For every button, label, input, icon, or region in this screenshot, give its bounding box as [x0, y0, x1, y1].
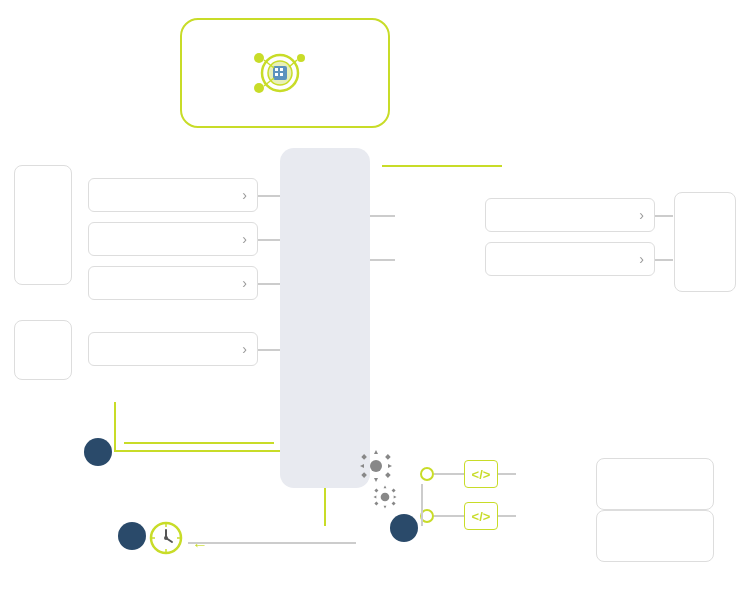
- assign-metered-fuel-box: [596, 510, 714, 562]
- code-box-top: </>: [464, 460, 498, 488]
- gear-icon-large: [358, 448, 394, 484]
- gear-large-icon: [358, 448, 394, 488]
- badge-1: [118, 522, 146, 550]
- code-sym-bottom: </>: [472, 509, 491, 524]
- code-sym-top: </>: [472, 467, 491, 482]
- svg-point-16: [164, 536, 168, 540]
- badge-2: [84, 438, 112, 466]
- svg-rect-6: [280, 73, 283, 76]
- cmm-bottom-line: [324, 488, 326, 526]
- logo-box: [180, 18, 390, 128]
- circle-top: [420, 467, 434, 481]
- vehicle-statistics-chevron: ›: [639, 207, 644, 223]
- svg-rect-5: [275, 73, 278, 76]
- fuel-box: [14, 320, 72, 380]
- travel-distance-chevron: ›: [242, 187, 247, 203]
- operating-hours-item: ›: [88, 222, 258, 256]
- operating-hours-chevron: ›: [242, 231, 247, 247]
- svg-point-7: [254, 53, 264, 63]
- svg-rect-3: [275, 68, 278, 71]
- line-to-output-bottom: [498, 515, 516, 517]
- fuel-material-item: ›: [485, 242, 655, 276]
- data-mapping-bottom-line: [124, 442, 274, 444]
- avl-box: [14, 165, 72, 285]
- fuel-loaded-item: ›: [88, 332, 258, 366]
- data-mapping-top-line: [382, 165, 502, 167]
- cmm-box: [280, 148, 370, 488]
- fuel-use-item: ›: [88, 266, 258, 300]
- gear-icon-small: [372, 484, 398, 510]
- vehicle-statistics-item: ›: [485, 198, 655, 232]
- badge2-to-cmm-line: [114, 450, 280, 452]
- allocate-vehicle-stats-box: [596, 458, 714, 510]
- logo-icon: [245, 38, 315, 108]
- circle-connector-top: </>: [420, 460, 516, 488]
- gear-small-icon: [372, 484, 398, 514]
- fuel-use-chevron: ›: [242, 275, 247, 291]
- scheduled-query-area: ←: [192, 536, 214, 554]
- line-to-code-bottom: [434, 515, 464, 517]
- circle-connector-bottom: </>: [420, 502, 516, 530]
- fuel-material-chevron: ›: [639, 251, 644, 267]
- svg-rect-4: [280, 68, 283, 71]
- logo-inner: [245, 38, 325, 108]
- travel-distance-item: ›: [88, 178, 258, 212]
- vertical-connector: [421, 484, 423, 526]
- line-to-code-top: [434, 473, 464, 475]
- badge2-vertical-line: [114, 402, 116, 452]
- eam-wam-cmms-box: [674, 192, 736, 292]
- scheduled-query-arrow: ←: [192, 536, 208, 554]
- badge-3: [390, 514, 418, 542]
- clock-to-gear-line: [188, 542, 356, 544]
- clock-icon: [148, 520, 184, 556]
- svg-point-8: [254, 83, 264, 93]
- svg-point-9: [297, 54, 305, 62]
- clock-icon-area: [148, 520, 184, 560]
- fuel-loaded-chevron: ›: [242, 341, 247, 357]
- code-box-bottom: </>: [464, 502, 498, 530]
- line-to-output-top: [498, 473, 516, 475]
